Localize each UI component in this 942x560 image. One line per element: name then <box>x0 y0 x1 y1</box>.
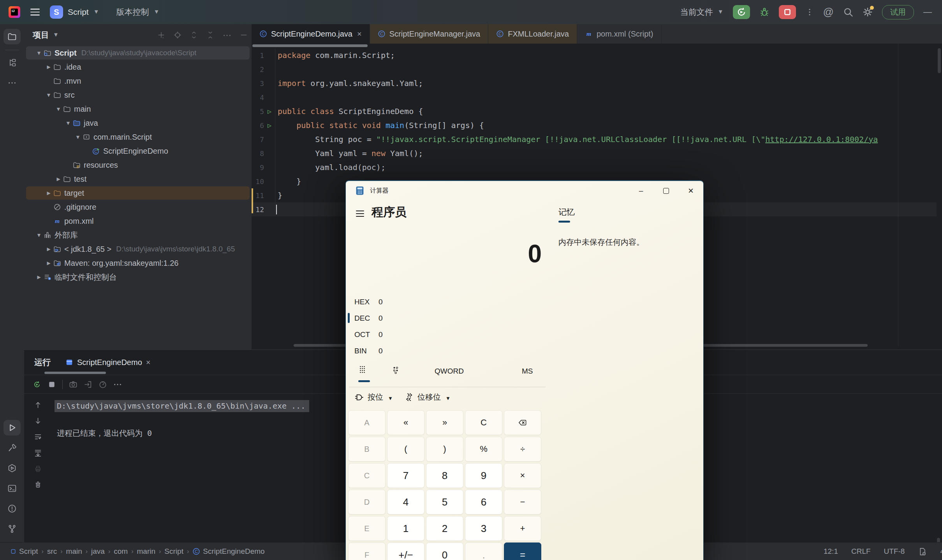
stop-button[interactable] <box>779 5 796 19</box>
rail-item-structure[interactable] <box>4 55 21 70</box>
calc-key-b[interactable]: B <box>348 437 386 462</box>
code-line-7[interactable]: 7 String poc = "!!javax.script.ScriptEng… <box>252 132 937 146</box>
radix-oct[interactable]: OCT0 <box>354 329 383 341</box>
project-toolbar-hide-icon[interactable] <box>240 31 248 40</box>
chevron-down-icon[interactable]: ▼ <box>44 92 53 98</box>
project-toolbar-more-icon[interactable] <box>223 31 231 40</box>
code-line-8[interactable]: 8 Yaml yaml = new Yaml(); <box>252 146 937 160</box>
tree-item-jdk1-8-65[interactable]: ▶< jdk1.8_65 >D:\study\java\jvms\store\j… <box>24 242 252 256</box>
calc-key-decimal[interactable]: . <box>465 542 502 560</box>
more-icon[interactable] <box>805 8 814 16</box>
calc-key-e[interactable]: E <box>348 516 386 541</box>
project-toolbar-add-icon[interactable] <box>157 31 165 40</box>
rail-item-project-folder[interactable] <box>4 29 21 44</box>
rerun-button[interactable] <box>733 5 750 19</box>
chevron-right-icon[interactable]: ▶ <box>54 176 63 182</box>
calc-key-3[interactable]: 3 <box>465 516 502 541</box>
radix-dec[interactable]: DEC0 <box>354 312 383 324</box>
full-keypad-toggle-icon[interactable] <box>358 365 366 374</box>
calc-key-9[interactable]: 9 <box>465 463 502 488</box>
close-icon[interactable]: × <box>146 358 151 367</box>
bitwise-menu[interactable]: 按位 <box>368 392 383 402</box>
code-line-6[interactable]: 6▷ public static void main(String[] args… <box>252 118 937 132</box>
calc-key-c[interactable]: C <box>348 463 386 488</box>
breadcrumb-script-6[interactable]: Script <box>164 547 183 556</box>
tree-item-临时文件和控制台[interactable]: ▶临时文件和控制台 <box>24 270 252 284</box>
project-panel-title[interactable]: 项目 <box>33 30 49 40</box>
search-icon[interactable] <box>843 7 853 17</box>
chevron-right-icon[interactable]: ▶ <box>44 260 53 266</box>
line-ending[interactable]: CRLF <box>851 547 871 556</box>
tree-item-mvn[interactable]: .mvn <box>24 74 252 88</box>
chevron-down-icon[interactable]: ▼ <box>63 120 73 126</box>
calc-key-equals[interactable]: = <box>504 542 541 560</box>
code-line-5[interactable]: 5▷public class ScriptEngineDemo { <box>252 104 937 118</box>
console-command-line[interactable]: D:\study\java\jvms\store\jdk1.8.0_65\bin… <box>55 400 309 412</box>
rail-item-services[interactable] <box>4 460 21 476</box>
breadcrumb-script-0[interactable]: Script <box>10 547 38 556</box>
rail-item-terminal[interactable] <box>4 481 21 496</box>
debug-icon[interactable] <box>759 7 769 17</box>
calc-key-shift-left[interactable]: « <box>387 410 424 435</box>
chevron-down-icon[interactable]: ▼ <box>34 50 44 56</box>
tree-item-外部库[interactable]: ▼外部库 <box>24 228 252 242</box>
calc-key-minus[interactable]: − <box>504 490 541 514</box>
calc-key-f[interactable]: F <box>348 542 386 560</box>
calc-key-6[interactable]: 6 <box>465 490 502 514</box>
console-camera-icon[interactable] <box>69 380 77 389</box>
bit-toggle-keypad-icon[interactable] <box>392 366 400 374</box>
console-down-icon[interactable] <box>34 417 42 425</box>
calc-key-plus[interactable]: + <box>504 516 541 541</box>
calc-key-5[interactable]: 5 <box>426 490 463 514</box>
calc-key-c[interactable]: C <box>465 410 502 435</box>
calc-key-4[interactable]: 4 <box>387 490 424 514</box>
breadcrumb-com-4[interactable]: com <box>114 547 128 556</box>
chevron-down-icon[interactable]: ▼ <box>54 106 63 112</box>
settings-icon[interactable] <box>863 7 873 17</box>
console-scroll-end-icon[interactable] <box>34 449 42 457</box>
chevron-right-icon[interactable]: ▶ <box>44 64 53 70</box>
calc-key-backspace[interactable] <box>504 410 541 435</box>
console-rerun-icon[interactable] <box>33 380 41 389</box>
calc-key-a[interactable]: A <box>348 410 386 435</box>
console-import-icon[interactable] <box>84 380 92 389</box>
encoding[interactable]: UTF-8 <box>884 547 905 556</box>
tab-scrollbar[interactable] <box>252 44 368 47</box>
code-line-9[interactable]: 9 yaml.load(poc); <box>252 160 937 174</box>
tree-item-script[interactable]: ▼ScriptD:\study\java\study\javacode\Scri… <box>24 46 252 60</box>
word-size-button[interactable]: QWORD <box>435 367 464 376</box>
console-more-icon[interactable] <box>113 380 122 389</box>
tree-item-src[interactable]: ▼src <box>24 88 252 102</box>
radix-hex[interactable]: HEX0 <box>354 296 383 308</box>
tree-item-com-marin-script[interactable]: ▼com.marin.Script <box>24 130 252 144</box>
file-settings-icon[interactable] <box>918 547 927 556</box>
chevron-down-icon[interactable]: ▼ <box>73 134 83 140</box>
breadcrumb-marin-5[interactable]: marin <box>137 547 156 556</box>
calc-maximize-icon[interactable] <box>653 181 678 200</box>
caret-position[interactable]: 12:1 <box>824 547 838 556</box>
project-toolbar-collapse-all-icon[interactable] <box>206 31 214 40</box>
code-line-4[interactable]: 4 <box>252 90 937 104</box>
indent-size[interactable]: 4 <box>940 547 942 556</box>
calc-key-divide[interactable]: ÷ <box>504 437 541 462</box>
breadcrumb-scriptenginedemo-7[interactable]: CScriptEngineDemo <box>192 547 264 556</box>
breadcrumb-java-3[interactable]: java <box>91 547 105 556</box>
project-toolbar-expand-all-icon[interactable] <box>190 31 198 40</box>
calc-key-percent[interactable]: % <box>465 437 502 462</box>
console-stop-icon[interactable] <box>48 380 56 389</box>
calc-key-2[interactable]: 2 <box>426 516 463 541</box>
calc-menu-icon[interactable] <box>356 211 364 217</box>
run-line-icon[interactable]: ▷ <box>264 121 275 129</box>
code-line-3[interactable]: 3import org.yaml.snakeyaml.Yaml; <box>252 76 937 90</box>
tab-pom-xml-script[interactable]: mpom.xml (Script) <box>577 24 662 44</box>
tree-item-test[interactable]: ▶test <box>24 172 252 186</box>
chevron-right-icon[interactable]: ▶ <box>44 190 53 196</box>
tab-scriptenginedemo-java[interactable]: CScriptEngineDemo.java× <box>252 24 370 44</box>
calc-key-open-paren[interactable]: ( <box>387 437 424 462</box>
run-line-icon[interactable]: ▷ <box>264 107 275 115</box>
calc-key-7[interactable]: 7 <box>387 463 424 488</box>
rail-item-version-control[interactable] <box>4 521 21 537</box>
tree-item-java[interactable]: ▼java <box>24 116 252 130</box>
editor-vertical-scrollbar[interactable] <box>938 48 941 73</box>
code-line-2[interactable]: 2 <box>252 62 937 76</box>
